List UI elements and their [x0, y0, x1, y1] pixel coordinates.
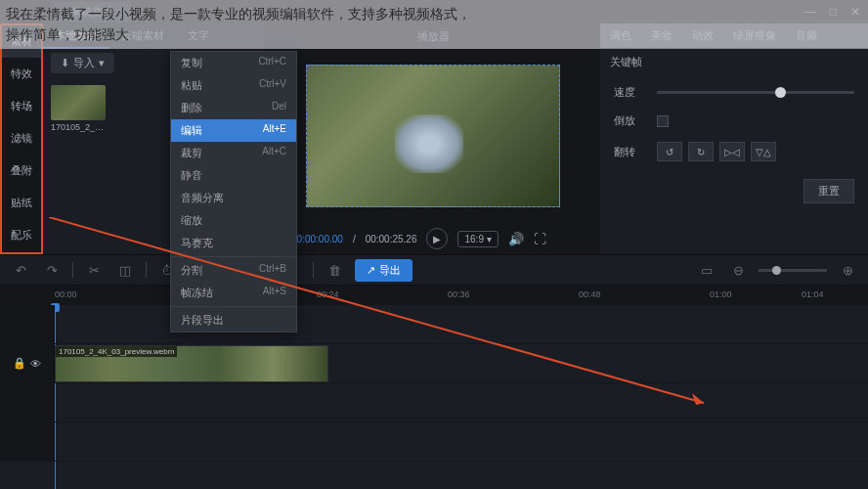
tick: 00:48: [579, 289, 601, 299]
track-row: [0, 422, 868, 462]
description-overlay: 我在柔情截了一段小视频，是一款专业的视频编辑软件，支持多种视频格式， 操作简单，…: [0, 0, 868, 49]
track-row: 🔒 👁 170105_2_4K_03_preview.webm: [0, 344, 868, 383]
reset-button[interactable]: 重置: [803, 179, 854, 203]
time-total: 00:00:25.26: [366, 234, 417, 244]
split-icon[interactable]: ✂: [83, 259, 105, 281]
overlay-line1: 我在柔情截了一段小视频，是一款专业的视频编辑软件，支持多种视频格式，: [6, 6, 471, 22]
lock-icon[interactable]: 🔒: [13, 357, 26, 370]
timeline-ruler[interactable]: 00:00 00:12 00:24 00:36 00:48 01:00 01:0…: [0, 286, 868, 305]
export-label: 导出: [379, 263, 401, 278]
import-button[interactable]: ⬇ 导入 ▾: [51, 53, 114, 73]
menu-mosaic[interactable]: 马赛克: [171, 232, 296, 254]
timeline: 00:00 00:12 00:24 00:36 00:48 01:00 01:0…: [0, 286, 868, 462]
menu-split[interactable]: 分割Ctrl+B: [171, 259, 296, 282]
overlay-line2: 操作简单，功能强大: [6, 26, 129, 42]
speed-label: 速度: [614, 85, 645, 100]
export-icon: ↗: [367, 264, 375, 277]
redo-icon[interactable]: ↷: [41, 259, 63, 281]
tick: 01:04: [802, 289, 824, 299]
chevron-down-icon: ▾: [99, 57, 105, 69]
track-head[interactable]: [0, 305, 55, 343]
thumb-image: [51, 85, 106, 120]
import-label: 导入: [73, 56, 95, 70]
undo-icon[interactable]: ↶: [10, 259, 31, 281]
properties-panel: 调色 美妆 动效 绿屏抠像 音频 关键帧 速度 倒放 翻转 ↺ ↻ ▷◁: [600, 23, 868, 254]
speed-slider[interactable]: [657, 91, 854, 94]
flip-h-button[interactable]: ▷◁: [719, 142, 745, 161]
marker-icon[interactable]: ▭: [696, 259, 717, 281]
menu-audio-detach[interactable]: 音频分离: [171, 187, 296, 209]
menu-crop[interactable]: 裁剪Alt+C: [171, 142, 296, 164]
menu-edit[interactable]: 编辑Alt+E: [171, 119, 296, 142]
context-menu: 复制Ctrl+C 粘贴Ctrl+V 删除Del 编辑Alt+E 裁剪Alt+C …: [170, 51, 297, 333]
zoom-out-icon[interactable]: ⊖: [727, 259, 749, 281]
sidebar-item-effects[interactable]: 特效: [2, 58, 41, 90]
thumb-label: 170105_2_4K...: [51, 122, 106, 132]
export-button[interactable]: ↗ 导出: [355, 259, 412, 282]
video-clip[interactable]: 170105_2_4K_03_preview.webm: [55, 345, 328, 382]
volume-icon[interactable]: 🔊: [508, 232, 524, 246]
left-sidebar: 素材 特效 转场 滤镜 叠附 贴纸 配乐: [0, 23, 43, 254]
tick: 01:00: [710, 289, 732, 299]
reverse-checkbox[interactable]: [657, 115, 669, 127]
aspect-ratio-select[interactable]: 16:9 ▾: [457, 231, 498, 247]
media-thumb[interactable]: 170105_2_4K...: [51, 85, 106, 132]
menu-mute[interactable]: 静音: [171, 164, 296, 187]
player-controls: ● 00:00:00.00 / 00:00:25.26 ▶ 16:9 ▾ 🔊 ⛶: [266, 223, 600, 254]
keyframe-button[interactable]: 关键帧: [600, 49, 868, 75]
sidebar-item-music[interactable]: 配乐: [2, 219, 41, 251]
delete-icon[interactable]: 🗑: [324, 259, 345, 281]
track-row: [0, 383, 868, 422]
track-row: [0, 305, 868, 344]
time-current: 00:00:00.00: [291, 234, 343, 244]
menu-copy[interactable]: 复制Ctrl+C: [171, 52, 296, 74]
preview-panel: 播放器 ● 00:00:00.00 / 00:00:25.26 ▶ 16:9 ▾…: [266, 23, 600, 254]
tick: 00:24: [317, 289, 339, 299]
media-panel: 本地素材 云端素材 文字 ⬇ 导入 ▾ 170105_2_4K... 复制Ctr…: [43, 23, 266, 254]
track-head[interactable]: 🔒 👁: [0, 344, 55, 382]
menu-export-clip[interactable]: 片段导出: [171, 309, 296, 332]
sidebar-item-transition[interactable]: 转场: [2, 90, 41, 122]
play-button[interactable]: ▶: [426, 228, 448, 249]
rotate-ccw-button[interactable]: ↺: [657, 142, 682, 161]
sidebar-item-sticker[interactable]: 贴纸: [2, 187, 41, 219]
menu-paste[interactable]: 粘贴Ctrl+V: [171, 74, 296, 97]
eye-icon[interactable]: 👁: [30, 358, 41, 370]
flip-v-button[interactable]: ▽△: [751, 142, 776, 161]
sidebar-item-overlay[interactable]: 叠附: [2, 155, 41, 187]
time-sep: /: [353, 234, 356, 244]
flip-label: 翻转: [614, 145, 645, 159]
rotate-cw-button[interactable]: ↻: [688, 142, 714, 161]
download-icon: ⬇: [61, 57, 69, 69]
track-head[interactable]: [0, 383, 55, 422]
timeline-toolbar: ↶ ↷ ✂ ◫ ⏱ 🎤 T ▦ ❄ 🗑 ↗ 导出 ▭ ⊖ ⊕: [0, 254, 868, 286]
video-preview[interactable]: [306, 65, 560, 207]
zoom-in-icon[interactable]: ⊕: [837, 259, 858, 281]
crop-icon[interactable]: ◫: [114, 259, 136, 281]
menu-zoom[interactable]: 缩放: [171, 209, 296, 232]
tick: 00:36: [448, 289, 470, 299]
zoom-slider[interactable]: [759, 269, 827, 272]
menu-delete[interactable]: 删除Del: [171, 97, 296, 119]
fullscreen-icon[interactable]: ⛶: [534, 232, 546, 246]
tick: 00:00: [55, 289, 77, 299]
reverse-label: 倒放: [614, 113, 645, 128]
menu-freeze[interactable]: 帧冻结Alt+S: [171, 282, 296, 304]
track-head[interactable]: [0, 422, 55, 461]
clip-label: 170105_2_4K_03_preview.webm: [56, 346, 177, 357]
sidebar-item-filter[interactable]: 滤镜: [2, 122, 41, 155]
